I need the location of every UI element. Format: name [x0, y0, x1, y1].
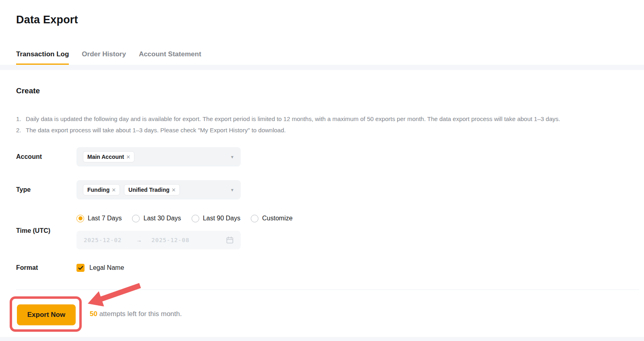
note-text: The data export process will take about …: [26, 125, 286, 136]
radio-circle[interactable]: [76, 215, 84, 222]
radio-circle[interactable]: [251, 215, 258, 222]
tab-order-history[interactable]: Order History: [82, 50, 126, 65]
account-label: Account: [16, 153, 76, 160]
export-footer: Export Now 50 attempts left for this mon…: [16, 296, 628, 332]
radio-last-30-days[interactable]: Last 30 Days: [132, 215, 181, 222]
radio-label: Last 7 Days: [88, 215, 122, 222]
account-row: Account Main Account ✕ ▼: [16, 147, 628, 166]
attempts-label: attempts left for this month.: [99, 310, 182, 318]
type-select[interactable]: Funding ✕ Unified Trading ✕ ▼: [76, 180, 241, 199]
page-header: Data Export Transaction Log Order Histor…: [0, 0, 644, 65]
export-notes: 1. Daily data is updated the following d…: [16, 113, 628, 136]
time-controls: Last 7 Days Last 30 Days Last 90 Days Cu…: [76, 212, 293, 249]
type-row: Type Funding ✕ Unified Trading ✕ ▼: [16, 180, 628, 199]
arrow-right-icon: →: [136, 237, 142, 243]
account-select[interactable]: Main Account ✕ ▼: [76, 147, 241, 166]
legal-name-checkbox-label: Legal Name: [89, 264, 124, 271]
remove-tag-icon[interactable]: ✕: [111, 187, 117, 193]
time-label: Time (UTC): [16, 227, 76, 234]
legal-name-checkbox[interactable]: [76, 264, 85, 272]
create-heading: Create: [16, 86, 628, 96]
divider: [16, 290, 639, 290]
tag-label: Main Account: [87, 154, 124, 160]
radio-label: Last 90 Days: [203, 215, 240, 222]
radio-last-90-days[interactable]: Last 90 Days: [192, 215, 240, 222]
export-now-button[interactable]: Export Now: [17, 304, 76, 325]
radio-customize[interactable]: Customize: [251, 215, 293, 222]
radio-last-7-days[interactable]: Last 7 Days: [76, 215, 122, 222]
page-title: Data Export: [16, 13, 628, 27]
remove-tag-icon[interactable]: ✕: [125, 154, 131, 160]
tab-transaction-log[interactable]: Transaction Log: [16, 50, 69, 65]
time-radio-group: Last 7 Days Last 30 Days Last 90 Days Cu…: [76, 212, 293, 224]
radio-circle[interactable]: [132, 215, 140, 222]
time-row: Time (UTC) Last 7 Days Last 30 Days Last…: [16, 212, 628, 249]
chevron-down-icon: ▼: [230, 155, 234, 159]
note-number: 2.: [16, 125, 26, 136]
bottom-separator: [0, 337, 644, 341]
account-tag-main-account: Main Account ✕: [83, 151, 134, 162]
date-start-value[interactable]: 2025-12-02: [84, 237, 122, 243]
date-end-value[interactable]: 2025-12-08: [151, 237, 189, 243]
annotation-highlight-box: Export Now: [10, 296, 82, 332]
note-item: 1. Daily data is updated the following d…: [16, 113, 628, 125]
tag-label: Unified Trading: [128, 187, 169, 193]
tab-account-statement[interactable]: Account Statement: [139, 50, 201, 65]
calendar-icon[interactable]: [226, 236, 233, 244]
note-item: 2. The data export process will take abo…: [16, 125, 628, 136]
tag-label: Funding: [87, 187, 109, 193]
chevron-down-icon: ▼: [230, 188, 234, 192]
note-number: 1.: [16, 113, 26, 125]
create-panel: Create 1. Daily data is updated the foll…: [0, 86, 644, 332]
note-text: Daily data is updated the following day …: [26, 113, 560, 125]
format-row: Format Legal Name: [16, 264, 628, 272]
remove-tag-icon[interactable]: ✕: [171, 187, 177, 193]
radio-label: Last 30 Days: [143, 215, 181, 222]
section-separator: [0, 65, 644, 70]
type-tag-funding: Funding ✕: [83, 184, 120, 195]
tab-bar: Transaction Log Order History Account St…: [16, 50, 628, 65]
format-label: Format: [16, 264, 76, 271]
radio-label: Customize: [262, 215, 293, 222]
type-tag-unified-trading: Unified Trading ✕: [124, 184, 180, 195]
attempts-count: 50: [90, 310, 97, 318]
radio-circle[interactable]: [192, 215, 199, 222]
type-label: Type: [16, 186, 76, 193]
date-range-input[interactable]: 2025-12-02 → 2025-12-08: [76, 231, 241, 249]
attempts-remaining-text: 50 attempts left for this month.: [90, 310, 182, 318]
